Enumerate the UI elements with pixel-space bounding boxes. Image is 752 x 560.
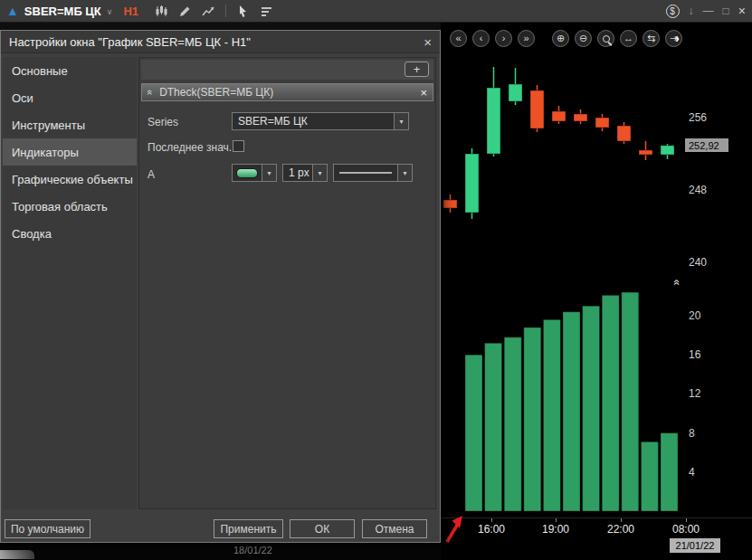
scroll-start-button[interactable]: « <box>450 30 467 47</box>
add-indicator-button[interactable]: + <box>405 62 429 77</box>
time-tick <box>556 518 557 522</box>
ok-button[interactable]: ОК <box>290 519 355 538</box>
price-tick-label: 256 <box>689 111 707 124</box>
scroll-end-button[interactable]: » <box>518 30 535 47</box>
compress-horizontal-icon: ⇆ <box>647 33 655 43</box>
volume-bar <box>543 319 560 511</box>
scroll-start-icon: « <box>455 33 461 43</box>
toolbar-icon-group <box>155 5 273 18</box>
pencil-icon[interactable] <box>178 5 192 18</box>
chevron-down-icon[interactable]: ▾ <box>394 113 408 129</box>
time-tick-label: 22:00 <box>601 523 641 536</box>
histogram-icon[interactable] <box>260 5 273 18</box>
collapse-indicator-icon[interactable]: « <box>145 90 156 95</box>
sidebar-item-trading-area[interactable]: Торговая область <box>3 193 137 220</box>
background-window-fragment <box>0 550 34 559</box>
volume-tick-label: 16 <box>689 348 700 361</box>
line-style-sample <box>339 172 392 174</box>
close-icon[interactable]: × <box>738 5 746 17</box>
last-price-badge: 252,92 <box>685 138 728 152</box>
dialog-close-icon[interactable]: × <box>424 35 432 49</box>
last-value-checkbox[interactable] <box>233 140 244 152</box>
volume-tick-label: 12 <box>689 387 700 400</box>
series-value: SBER=МБ ЦК <box>233 115 394 128</box>
sidebar-item-general[interactable]: Основные <box>3 57 137 84</box>
line-width-value: 1 px <box>283 166 312 179</box>
candle-body <box>552 111 566 121</box>
line-a-label: A <box>148 168 155 181</box>
sidebar-item-graphic-objects[interactable]: Графические объекты <box>3 166 137 193</box>
candle-body <box>530 90 544 128</box>
volume-chart[interactable] <box>441 271 685 517</box>
candle-body <box>595 118 609 128</box>
time-tick <box>491 518 492 522</box>
zoom-window-button[interactable] <box>597 30 614 47</box>
volume-bar <box>641 441 658 511</box>
go-to-end-button[interactable]: ⇥ <box>665 30 682 47</box>
cancel-button[interactable]: Отмена <box>362 519 427 538</box>
chevron-down-icon[interactable]: ▾ <box>262 165 276 181</box>
symbol-dropdown-icon[interactable]: ∨ <box>107 7 113 16</box>
defaults-button[interactable]: По умолчанию <box>5 519 90 538</box>
chevron-down-icon[interactable]: ▾ <box>397 165 412 181</box>
minimize-icon[interactable]: — <box>703 5 714 16</box>
zoom-out-icon: ⊖ <box>579 33 587 43</box>
time-tick <box>686 518 687 522</box>
sidebar-item-axes[interactable]: Оси <box>3 84 137 111</box>
dialog-titlebar[interactable]: Настройки окна "График SBER=МБ ЦК - H1" … <box>1 31 440 53</box>
sidebar-item-indicators[interactable]: Индикаторы <box>3 138 137 166</box>
chart-panel: « ‹ › » ⊕ ⊖ ↔ ⇆ ⇥ › 256 248 240 252,92 «… <box>441 23 752 560</box>
volume-bar <box>465 355 482 511</box>
volume-tick-label: 20 <box>689 309 700 322</box>
apply-button[interactable]: Применить <box>214 519 283 538</box>
candle-chart-icon[interactable] <box>155 5 168 18</box>
indicator-panel-header[interactable]: « DTheck(SBER=МБ ЦК) × <box>141 83 433 101</box>
candlestick-chart[interactable] <box>441 50 685 267</box>
candle-body <box>487 88 500 154</box>
chevron-down-icon[interactable]: ▾ <box>312 165 327 181</box>
time-tick-label: 08:00 <box>666 523 706 536</box>
zoom-out-button[interactable]: ⊖ <box>575 30 592 47</box>
volume-bar <box>504 337 521 511</box>
scroll-right-button[interactable]: › <box>495 30 512 47</box>
timeframe-selector[interactable]: H1 <box>123 5 138 18</box>
series-select[interactable]: SBER=МБ ЦК ▾ <box>232 112 409 130</box>
cursor-icon[interactable] <box>236 5 250 18</box>
line-style-select[interactable]: ▾ <box>333 164 413 182</box>
scroll-left-button[interactable]: ‹ <box>472 30 490 47</box>
remove-indicator-icon[interactable]: × <box>420 87 427 99</box>
volume-bar <box>661 433 678 511</box>
symbol-selector[interactable]: SBER=МБ ЦК <box>24 5 101 18</box>
date-badge: 21/01/22 <box>670 538 720 553</box>
currency-icon[interactable]: $ <box>666 5 680 18</box>
series-label: Series <box>148 116 178 128</box>
expand-horizontal-button[interactable]: ↔ <box>620 30 637 47</box>
arrow-annotation[interactable] <box>443 514 468 545</box>
settings-dialog: Настройки окна "График SBER=МБ ЦК - H1" … <box>0 30 441 543</box>
zoom-in-button[interactable]: ⊕ <box>552 30 569 47</box>
volume-bar <box>583 306 600 511</box>
toolbar-divider <box>225 5 226 17</box>
trading-app-window: ▲ SBER=МБ ЦК ∨ H1 <box>0 0 752 560</box>
scroll-end-icon: » <box>523 33 528 43</box>
line-color-select[interactable]: ▾ <box>232 164 277 182</box>
sidebar-item-instruments[interactable]: Инструменты <box>3 111 137 138</box>
candle-body <box>509 84 522 101</box>
maximize-icon[interactable]: □ <box>723 5 729 16</box>
sidebar-item-summary[interactable]: Сводка <box>3 220 137 247</box>
line-width-select[interactable]: 1 px ▾ <box>282 164 328 182</box>
pane-collapse-icon[interactable]: « <box>671 280 683 286</box>
dialog-sidebar: Основные Оси Инструменты Индикаторы Граф… <box>3 57 137 509</box>
candle-body <box>617 126 631 141</box>
download-icon[interactable]: ↓ <box>689 5 694 16</box>
compress-horizontal-button[interactable]: ⇆ <box>643 30 660 47</box>
pane-chevron-icon[interactable]: › <box>675 32 680 44</box>
price-tick-label: 248 <box>689 184 707 196</box>
time-axis[interactable]: 16:00 19:00 22:00 08:00 <box>441 517 752 540</box>
expand-horizontal-icon: ↔ <box>623 33 633 43</box>
volume-bar <box>602 295 619 511</box>
trend-chart-icon[interactable] <box>202 5 215 18</box>
volume-bar <box>524 327 541 511</box>
volume-tick-label: 8 <box>689 427 695 440</box>
indicator-title: DTheck(SBER=МБ ЦК) <box>159 86 273 99</box>
